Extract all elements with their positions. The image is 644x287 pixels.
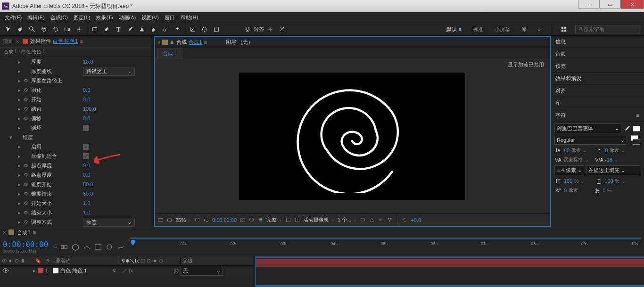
twirl-icon[interactable]: ▸ bbox=[18, 87, 23, 93]
prop-dropdown[interactable]: 路径之上⌄ bbox=[83, 67, 135, 76]
col-switches[interactable]: ↯✱＼fx bbox=[119, 257, 180, 264]
layer-tab[interactable]: 图层 （无） bbox=[226, 39, 253, 46]
rectangle-tool[interactable] bbox=[89, 24, 100, 34]
orbit-tool[interactable] bbox=[38, 24, 50, 34]
window-maximize-button[interactable]: ▭ bbox=[599, 0, 620, 9]
window-minimize-button[interactable]: — bbox=[578, 0, 599, 9]
layer-name[interactable]: 白色 纯色 1 bbox=[60, 267, 112, 274]
close-tab-icon[interactable]: × bbox=[16, 39, 19, 44]
graph-editor-icon[interactable] bbox=[116, 242, 125, 252]
timeline-track-area[interactable] bbox=[256, 256, 644, 287]
motion-blur-icon[interactable] bbox=[105, 242, 114, 252]
prop-value[interactable]: 0.0 bbox=[83, 87, 90, 93]
effect-controls-target[interactable]: 白色 纯色1 bbox=[53, 38, 78, 45]
anchor-point-tool[interactable] bbox=[74, 24, 85, 34]
twirl-icon[interactable]: ▸ bbox=[18, 153, 23, 159]
color-mgmt-icon[interactable] bbox=[257, 217, 264, 223]
eyedropper-icon[interactable] bbox=[623, 125, 631, 132]
timeline-tab[interactable]: 合成1 bbox=[17, 229, 30, 236]
roi-toggle-icon[interactable] bbox=[285, 217, 291, 223]
twirl-icon[interactable]: ▸ bbox=[18, 163, 23, 169]
close-comp-tab-icon[interactable]: × bbox=[157, 40, 160, 45]
window-close-button[interactable]: ✕ bbox=[620, 0, 644, 9]
twirl-icon[interactable]: ▸ bbox=[18, 172, 23, 178]
pen-tool[interactable] bbox=[101, 24, 112, 34]
timeline-ruler[interactable]: 01s02s03s04s05s06s07s08s09s10s bbox=[130, 238, 641, 256]
effect-controls-tab[interactable]: × 效果控件 白色 纯色1 ≡ bbox=[16, 38, 83, 45]
workspace-default[interactable]: 默认 ≡ bbox=[444, 25, 464, 34]
prop-value[interactable]: 1.0 bbox=[83, 210, 90, 215]
panel-align[interactable]: 对齐 bbox=[551, 85, 644, 97]
col-av-icons[interactable] bbox=[0, 258, 33, 263]
comp-mini-flowchart-icon[interactable] bbox=[59, 242, 69, 252]
prop-checkbox[interactable] bbox=[83, 125, 89, 131]
frame-blend-icon[interactable] bbox=[93, 242, 103, 252]
playhead[interactable] bbox=[130, 239, 135, 245]
comp-tab-name[interactable]: 合成1 bbox=[189, 39, 202, 46]
resolution-dropdown[interactable]: 完整 ⌄ bbox=[266, 216, 282, 223]
twirl-icon[interactable]: ▸ bbox=[18, 97, 23, 103]
twirl-icon[interactable]: ▸ bbox=[18, 59, 23, 65]
camera-tool[interactable] bbox=[62, 24, 73, 34]
prop-value[interactable]: 1.0 bbox=[83, 200, 90, 206]
roi-icon[interactable] bbox=[203, 217, 209, 223]
composition-canvas[interactable] bbox=[239, 73, 465, 200]
stopwatch-icon[interactable] bbox=[23, 219, 29, 225]
snapshot-icon[interactable] bbox=[239, 217, 246, 223]
parent-dropdown[interactable]: 无⌄ bbox=[181, 266, 223, 276]
twirl-icon[interactable]: ▸ bbox=[18, 115, 23, 122]
twirl-icon[interactable]: ▸ bbox=[18, 191, 23, 197]
roto-brush-tool[interactable] bbox=[160, 24, 171, 34]
twirl-icon[interactable]: ▸ bbox=[18, 68, 23, 74]
fill-over-stroke-dropdown[interactable]: 在描边上填充⌄ bbox=[586, 165, 640, 175]
workspace-small[interactable]: 小屏幕 bbox=[492, 25, 513, 34]
stopwatch-icon[interactable] bbox=[23, 162, 29, 169]
prop-value[interactable]: 100.0 bbox=[83, 106, 96, 112]
prop-checkbox[interactable] bbox=[83, 153, 89, 159]
twirl-icon[interactable]: ▸ bbox=[18, 200, 23, 206]
search-help-box[interactable] bbox=[575, 25, 641, 33]
menu-file[interactable]: 文件(F) bbox=[3, 13, 24, 22]
menu-animation[interactable]: 动画(A) bbox=[117, 13, 138, 22]
snapping-toggle[interactable] bbox=[242, 24, 253, 34]
eraser-tool[interactable] bbox=[148, 24, 159, 34]
fast-previews-icon[interactable] bbox=[369, 217, 375, 223]
puppet-tool[interactable] bbox=[172, 24, 183, 34]
panel-preview[interactable]: 预览 bbox=[551, 60, 644, 73]
prop-value[interactable]: 0.0 bbox=[83, 97, 90, 102]
lock-icon[interactable] bbox=[170, 40, 174, 45]
project-tab[interactable]: 项目 bbox=[3, 38, 13, 45]
workspace-more[interactable]: » bbox=[535, 25, 544, 33]
menu-layer[interactable]: 图层(L) bbox=[72, 13, 92, 22]
always-preview-icon[interactable] bbox=[157, 217, 164, 223]
font-style-dropdown[interactable]: Regular⌄ bbox=[554, 136, 627, 145]
layer-twirl-icon[interactable]: ▸ bbox=[33, 268, 36, 274]
comp-flowchart-icon[interactable] bbox=[387, 217, 393, 223]
search-help-input[interactable] bbox=[584, 26, 638, 32]
prop-value[interactable]: 0.0 bbox=[83, 172, 90, 178]
baseline-shift-value[interactable]: 0 bbox=[564, 188, 567, 193]
font-family-dropdown[interactable]: 阿里巴巴普惠体⌄ bbox=[554, 123, 621, 133]
twirl-icon[interactable]: ▸ bbox=[18, 219, 23, 225]
views-dropdown[interactable]: 1 个... ⌄ bbox=[338, 216, 357, 223]
resolution-half-icon[interactable] bbox=[194, 217, 200, 223]
prop-value[interactable]: 0.0 bbox=[83, 163, 90, 168]
horizontal-scale-value[interactable]: 100 bbox=[604, 178, 613, 184]
stopwatch-icon[interactable] bbox=[23, 77, 29, 84]
col-index[interactable]: # bbox=[44, 258, 53, 264]
workspace-library[interactable]: 库 bbox=[519, 25, 529, 34]
fill-stroke-swatch[interactable] bbox=[633, 126, 640, 131]
panel-menu-icon[interactable]: ≡ bbox=[80, 39, 83, 44]
layer-switches[interactable]: ↯ ／ fx bbox=[112, 267, 173, 274]
grid-guides-icon[interactable] bbox=[294, 217, 300, 223]
timeline-layer-row[interactable]: ▸ 1 白色 纯色 1 ↯ ／ fx @ 无⌄ bbox=[0, 266, 253, 275]
stopwatch-icon[interactable] bbox=[23, 115, 29, 122]
tsume-value[interactable]: 0 bbox=[603, 188, 605, 193]
stopwatch-icon[interactable] bbox=[23, 172, 29, 178]
panel-menu-icon[interactable]: ≡ bbox=[636, 113, 639, 118]
col-parent[interactable]: 父级 bbox=[180, 257, 195, 264]
col-label[interactable]: 🔖 bbox=[33, 258, 44, 264]
prop-value[interactable]: 50.0 bbox=[83, 191, 93, 197]
menu-composition[interactable]: 合成(C) bbox=[49, 13, 70, 22]
panel-libraries[interactable]: 库 bbox=[551, 97, 644, 109]
